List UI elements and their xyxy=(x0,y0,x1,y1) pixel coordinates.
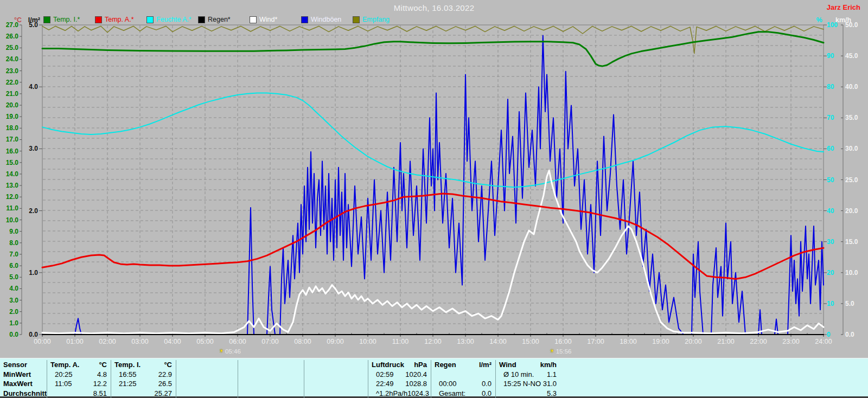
plot-canvas[interactable] xyxy=(0,0,868,359)
stat-cell: Gesamt:0.0 xyxy=(431,389,495,398)
stat-cell: 21:2526.5 xyxy=(111,379,176,389)
stat-row-label: MaxWert xyxy=(0,379,47,389)
axis-tick-label: 5.0 xyxy=(845,300,854,307)
stat-cell: 5.3 xyxy=(495,389,560,398)
axis-tick-label: 5.0 xyxy=(5,21,38,29)
axis-tick-label: 35.0 xyxy=(845,114,858,121)
axis-tick-label: 1.0 xyxy=(5,269,38,277)
stat-cell: 11:0512.2 xyxy=(47,379,111,389)
axis-tick-label: 10.0 xyxy=(845,269,858,277)
axis-tick-label: 60 xyxy=(827,145,834,152)
axis-tick-label: 19.0 xyxy=(0,113,18,120)
stat-cell xyxy=(304,370,368,380)
stat-cell: ^1.2hPa/h1024.3 xyxy=(368,389,431,398)
axis-tick-label: 20 xyxy=(827,269,834,277)
stats-grid: SensorTemp. A.°CTemp. I.°CLuftdruckhPaRe… xyxy=(0,358,868,398)
x-axis-tick-label: 20:00 xyxy=(681,338,705,345)
stat-cell: 00:000.0 xyxy=(431,379,495,389)
x-axis-tick-label: 07:00 xyxy=(258,338,282,345)
stat-cell xyxy=(238,389,304,398)
table-filler xyxy=(560,389,868,398)
x-axis-tick-label: 01:00 xyxy=(63,338,87,345)
stat-cell xyxy=(238,379,304,389)
axis-tick-label: 40.0 xyxy=(845,83,858,91)
axis-tick-label: 100 xyxy=(827,21,838,29)
stat-col-header: Windkm/h xyxy=(495,360,560,370)
x-axis-tick-label: 00:00 xyxy=(30,338,54,345)
axis-tick-label: 25.0 xyxy=(0,44,18,52)
x-axis-tick-label: 03:00 xyxy=(128,338,152,345)
stat-cell xyxy=(431,370,495,380)
axis-tick-label: 15.0 xyxy=(0,159,18,166)
axis-tick-label: 7.0 xyxy=(0,251,18,258)
stat-col-header xyxy=(238,360,304,370)
x-axis-tick-label: 12:00 xyxy=(421,338,445,345)
x-axis-tick-label: 22:00 xyxy=(746,338,770,345)
axis-tick-label: 0 xyxy=(827,331,831,338)
axis-tick-label: 15.0 xyxy=(845,238,858,246)
stats-table: SensorTemp. A.°CTemp. I.°CLuftdruckhPaRe… xyxy=(0,358,868,398)
axis-tick-label: 30.0 xyxy=(845,145,858,152)
stat-cell xyxy=(176,389,238,398)
axis-tick-label: 12.0 xyxy=(0,193,18,201)
stat-cell xyxy=(176,370,238,380)
axis-tick-label: 14.0 xyxy=(0,170,18,178)
weather-chart-window: Mittwoch, 16.03.2022 Jarz Erich °C l/m² … xyxy=(0,0,868,398)
axis-tick-label: 4.0 xyxy=(5,83,38,91)
x-axis-tick-label: 16:00 xyxy=(551,338,575,345)
axis-tick-label: 21.0 xyxy=(0,90,18,98)
x-axis-tick-label: 17:00 xyxy=(584,338,608,345)
axis-tick-label: 2.0 xyxy=(0,308,18,316)
x-axis-tick-label: 23:00 xyxy=(779,338,803,345)
x-axis-tick-label: 18:00 xyxy=(616,338,640,345)
axis-tick-label: 20.0 xyxy=(0,101,18,109)
axis-tick-label: 50.0 xyxy=(845,21,858,29)
axis-tick-label: 10 xyxy=(827,300,834,307)
axis-tick-label: 10.0 xyxy=(0,216,18,224)
axis-tick-label: 20.0 xyxy=(845,207,858,215)
stat-cell: 16:5522.9 xyxy=(111,370,176,380)
sunset-icon: ☀ xyxy=(550,348,555,355)
sunset-marker: ☀ 15:56 xyxy=(550,348,572,355)
axis-tick-label: 9.0 xyxy=(0,228,18,235)
axis-tick-label: 30 xyxy=(827,238,834,246)
x-axis-tick-label: 02:00 xyxy=(95,338,119,345)
stat-col-header: Regenl/m² xyxy=(431,360,495,370)
stat-cell: Ø 10 min.1.1 xyxy=(495,370,560,380)
x-axis-tick-label: 19:00 xyxy=(649,338,673,345)
x-axis-tick-label: 06:00 xyxy=(226,338,250,345)
axis-tick-label: 23.0 xyxy=(0,67,18,75)
stat-col-header xyxy=(176,360,238,370)
table-filler xyxy=(560,379,868,389)
x-axis-tick-label: 13:00 xyxy=(454,338,477,345)
axis-tick-label: 70 xyxy=(827,114,834,121)
stat-col-header: Temp. A.°C xyxy=(47,360,111,370)
axis-tick-label: 90 xyxy=(827,52,834,60)
axis-tick-label: 18.0 xyxy=(0,124,18,132)
axis-tick-label: 4.0 xyxy=(0,285,18,292)
axis-tick-label: 3.0 xyxy=(5,145,38,152)
stat-cell: 02:591020.4 xyxy=(368,370,431,380)
x-axis-tick-label: 14:00 xyxy=(486,338,510,345)
stat-col-header: Temp. I.°C xyxy=(111,360,176,370)
x-axis-tick-label: 10:00 xyxy=(356,338,380,345)
stat-cell: 20:254.8 xyxy=(47,370,111,380)
stat-cell: 8.51 xyxy=(47,389,111,398)
axis-tick-label: 1.0 xyxy=(0,319,18,327)
axis-tick-label: 50 xyxy=(827,176,834,184)
stat-cell xyxy=(304,379,368,389)
sunset-time: 15:56 xyxy=(556,348,572,355)
stat-col-header: LuftdruckhPa xyxy=(368,360,431,370)
stat-cell xyxy=(176,379,238,389)
axis-tick-label: 2.0 xyxy=(5,207,38,215)
x-axis-tick-label: 05:00 xyxy=(193,338,217,345)
axis-tick-label: 26.0 xyxy=(0,33,18,40)
sunrise-marker: ☀ 05:46 xyxy=(219,348,241,355)
x-axis-tick-label: 08:00 xyxy=(291,338,315,345)
stat-cell: 25.27 xyxy=(111,389,176,398)
stat-cell xyxy=(238,370,304,380)
table-filler xyxy=(560,370,868,380)
sunrise-icon: ☀ xyxy=(219,348,224,355)
stat-row-label: MinWert xyxy=(0,370,47,380)
axis-tick-label: 0.0 xyxy=(845,331,854,338)
